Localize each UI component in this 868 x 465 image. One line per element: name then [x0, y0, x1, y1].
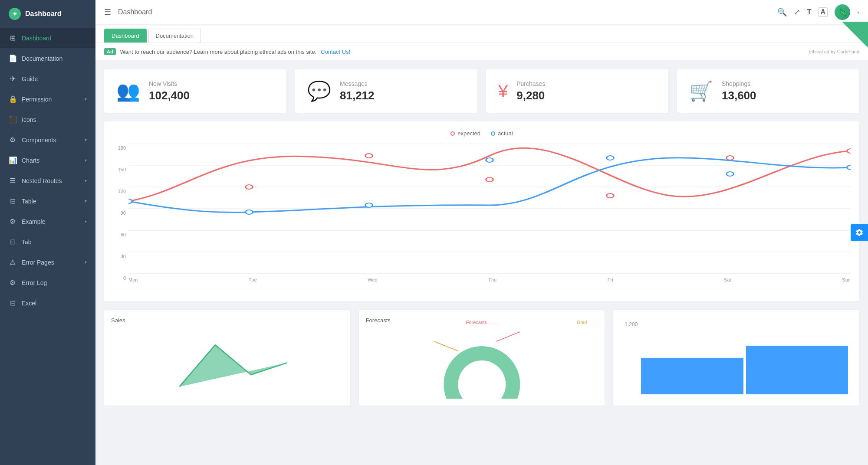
actual-dot-fri: [607, 156, 614, 160]
topbar: ☰ Dashboard 🔍 ⤢ T A 🦎 ▾: [95, 0, 868, 24]
actual-dot-wed: [365, 203, 373, 207]
gold-label: Gold ——: [577, 320, 598, 325]
menu-icon[interactable]: ☰: [104, 7, 111, 17]
sales-svg: [111, 327, 343, 399]
y-180: 180: [113, 145, 126, 151]
stat-new-visits: 👥 New Visits 102,400: [104, 69, 286, 113]
sidebar-item-example[interactable]: ⚙ Example ▾: [0, 211, 95, 232]
actual-dot-thu: [486, 158, 493, 162]
documentation-label: Documentation: [22, 55, 62, 62]
expected-dot-sat: [727, 156, 734, 160]
stat-purchases: ¥ Purchases 9,280: [486, 69, 668, 113]
shoppings-label: Shoppings: [722, 80, 756, 87]
example-icon: ⚙: [9, 217, 16, 226]
guide-label: Guide: [22, 75, 38, 82]
y-150: 150: [113, 167, 126, 172]
dashboard-label: Dashboard: [22, 35, 52, 42]
y-90: 90: [113, 210, 126, 216]
tabs-bar: Dashboard Documentation: [95, 24, 868, 43]
sidebar-item-guide[interactable]: ✈ Guide: [0, 69, 95, 89]
permission-icon: 🔒: [9, 95, 16, 103]
legend-actual: actual: [491, 130, 513, 137]
bar-1: [641, 358, 743, 394]
x-wed: Wed: [368, 277, 377, 282]
table-arrow: ▾: [85, 199, 87, 203]
purchases-value: 9,280: [516, 89, 545, 102]
excel-label: Excel: [22, 300, 36, 307]
expected-dot-fri: [607, 193, 614, 198]
example-label: Example: [22, 218, 45, 225]
expected-dot-thu: [486, 177, 493, 182]
excel-icon: ⊟: [9, 299, 16, 307]
topbar-actions: 🔍 ⤢ T A 🦎 ▾: [777, 4, 859, 20]
visits-value: 102,400: [149, 89, 190, 102]
ad-provider: ethical ad by CodeFund: [809, 49, 859, 54]
bar-value-1200: 1,200: [625, 321, 638, 327]
x-thu: Thu: [488, 277, 496, 282]
search-icon[interactable]: 🔍: [777, 7, 787, 17]
sidebar-item-table[interactable]: ⊟ Table ▾: [0, 191, 95, 211]
sidebar-item-documentation[interactable]: 📄 Documentation: [0, 48, 95, 69]
nested-routes-label: Nested Routes: [22, 177, 62, 184]
visits-icon: 👥: [116, 80, 140, 102]
stat-messages: 💬 Messages 81,212: [295, 69, 477, 113]
components-arrow: ▾: [85, 138, 87, 142]
sidebar-item-components[interactable]: ⚙ Components ▾: [0, 130, 95, 150]
tab-documentation[interactable]: Documentation: [148, 29, 201, 43]
error-pages-label: Error Pages: [22, 259, 54, 266]
sidebar-item-icons[interactable]: ⬛ Icons: [0, 109, 95, 130]
table-label: Table: [22, 198, 36, 205]
actual-dot-sun: [847, 165, 851, 170]
tab-icon: ⊡: [9, 238, 16, 246]
ad-badge: Ad: [104, 48, 116, 55]
y-0: 0: [113, 275, 126, 281]
expected-line: [128, 148, 851, 201]
settings-fab[interactable]: [851, 224, 868, 241]
components-icon: ⚙: [9, 136, 16, 144]
y-30: 30: [113, 254, 126, 259]
svg-line-10: [496, 332, 520, 341]
forecasts-svg: [366, 327, 598, 399]
x-fri: Fri: [608, 277, 613, 282]
dashboard-icon: ⊞: [9, 34, 16, 42]
error-pages-arrow: ▾: [85, 260, 87, 265]
ad-text: Want to reach our audience? Learn more a…: [120, 49, 317, 55]
visits-label: New Visits: [149, 80, 190, 87]
messages-value: 81,212: [340, 89, 375, 102]
avatar-dropdown-arrow[interactable]: ▾: [857, 10, 859, 15]
permission-arrow: ▾: [85, 97, 87, 102]
expected-dot: [450, 131, 455, 136]
bar-2: [746, 346, 848, 394]
forecasts-label: Forecasts ——: [466, 320, 498, 325]
tab-label: Tab: [22, 239, 32, 246]
font-icon[interactable]: T: [807, 8, 812, 16]
shoppings-value: 13,600: [722, 89, 756, 102]
sidebar-item-nested-routes[interactable]: ☰ Nested Routes ▾: [0, 170, 95, 191]
fullscreen-icon[interactable]: ⤢: [794, 7, 800, 17]
charts-arrow: ▾: [85, 158, 87, 163]
sidebar-item-error-pages[interactable]: ⚠ Error Pages ▾: [0, 252, 95, 272]
sidebar-item-charts[interactable]: 📊 Charts ▾: [0, 150, 95, 170]
y-60: 60: [113, 232, 126, 237]
sidebar-item-permission[interactable]: 🔒 Permission ▾: [0, 89, 95, 109]
chart-legend: expected actual: [113, 130, 851, 137]
page-title: Dashboard: [118, 8, 770, 16]
tab-dashboard[interactable]: Dashboard: [104, 29, 147, 43]
accessibility-icon[interactable]: A: [818, 7, 828, 17]
actual-dot-tue: [246, 210, 253, 214]
stats-grid: 👥 New Visits 102,400 💬 Messages 81,212 ¥…: [95, 61, 868, 121]
ad-link[interactable]: Contact Us!: [321, 49, 350, 55]
x-tue: Tue: [249, 277, 257, 282]
sidebar-item-dashboard[interactable]: ⊞ Dashboard: [0, 28, 95, 48]
sidebar-logo[interactable]: ✦ Dashboard: [0, 0, 95, 28]
avatar[interactable]: 🦎: [835, 4, 850, 20]
sidebar-item-tab[interactable]: ⊡ Tab: [0, 232, 95, 252]
sidebar-item-excel[interactable]: ⊟ Excel: [0, 293, 95, 313]
sidebar-item-error-log[interactable]: ⚙ Error Log: [0, 272, 95, 293]
charts-icon: 📊: [9, 156, 16, 164]
bottom-charts: Sales Forecasts Forecasts —— Gold ——: [104, 310, 859, 406]
forecasts-chart: Forecasts Forecasts —— Gold ——: [359, 310, 605, 406]
bar-chart: 1,200: [613, 310, 859, 406]
messages-label: Messages: [340, 80, 375, 87]
actual-dot-sat: [727, 172, 734, 176]
